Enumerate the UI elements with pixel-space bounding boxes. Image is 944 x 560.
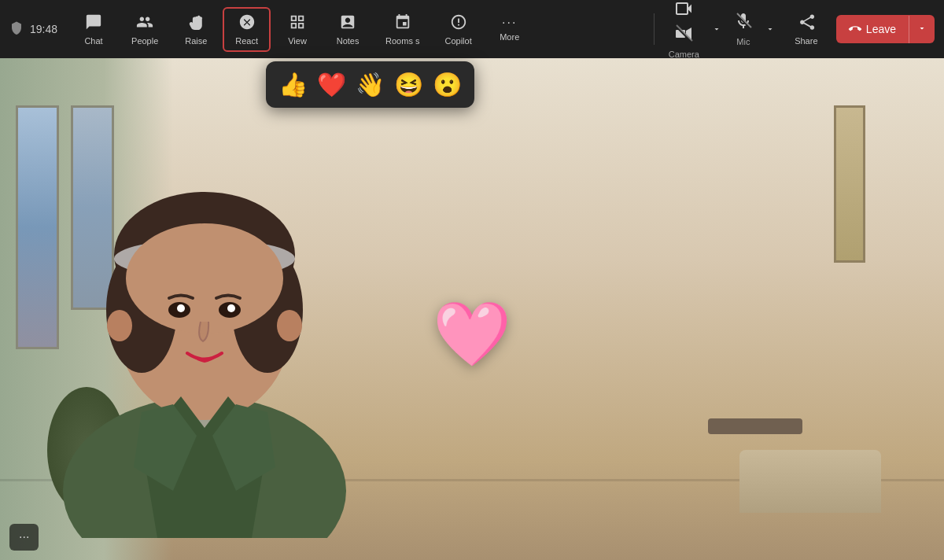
room-table bbox=[708, 418, 802, 434]
react-label: React bbox=[235, 36, 258, 46]
people-label: People bbox=[131, 36, 158, 46]
svg-point-18 bbox=[227, 304, 235, 312]
rooms-icon bbox=[394, 13, 411, 33]
rooms-button[interactable]: Rooms s bbox=[374, 9, 430, 50]
svg-point-19 bbox=[107, 310, 132, 341]
mic-group: Mic bbox=[726, 7, 780, 51]
svg-point-20 bbox=[277, 310, 302, 341]
view-icon bbox=[289, 13, 306, 33]
chat-icon bbox=[85, 13, 102, 33]
share-button[interactable]: Share bbox=[783, 9, 830, 50]
avatar-image bbox=[0, 98, 409, 538]
emoji-thumbsup[interactable]: 👍 bbox=[278, 71, 308, 98]
svg-point-14 bbox=[126, 223, 283, 333]
react-button[interactable]: React bbox=[223, 7, 271, 52]
camera-button[interactable]: Camera bbox=[661, 0, 707, 64]
raise-label: Raise bbox=[185, 36, 207, 46]
camera-off-icon bbox=[674, 0, 693, 21]
floating-heart-emoji: 🩷 bbox=[433, 297, 511, 371]
notes-button[interactable]: Notes bbox=[324, 9, 371, 50]
copilot-icon bbox=[450, 13, 467, 33]
emoji-heart[interactable]: ❤️ bbox=[317, 71, 346, 98]
time-display: 19:48 bbox=[30, 23, 57, 35]
view-label: View bbox=[288, 36, 307, 46]
time-shield-area: 19:48 bbox=[9, 20, 57, 39]
toolbar-items: Chat People Raise bbox=[70, 7, 647, 52]
camera-chevron-button[interactable] bbox=[707, 20, 726, 39]
video-area: 🩷 ··· bbox=[0, 58, 944, 560]
chat-button[interactable]: Chat bbox=[70, 9, 117, 50]
leave-main-button[interactable]: Leave bbox=[836, 15, 909, 43]
react-icon bbox=[238, 13, 256, 33]
react-emoji-popup: 👍 ❤️ 👋 😆 😮 bbox=[266, 61, 474, 108]
mic-button[interactable]: Mic bbox=[726, 7, 761, 51]
notes-icon bbox=[339, 13, 356, 33]
share-icon bbox=[798, 13, 815, 33]
more-button[interactable]: ··· More bbox=[486, 12, 533, 46]
camera-icon-display bbox=[674, 24, 693, 46]
view-button[interactable]: View bbox=[274, 9, 321, 50]
share-label: Share bbox=[795, 36, 817, 46]
camera-label: Camera bbox=[669, 50, 699, 59]
copilot-button[interactable]: Copilot bbox=[433, 9, 482, 50]
toolbar: 19:48 Chat People bbox=[0, 0, 944, 58]
raise-icon bbox=[187, 13, 205, 33]
notes-label: Notes bbox=[337, 36, 360, 46]
copilot-label: Copilot bbox=[444, 36, 471, 46]
chat-label: Chat bbox=[84, 36, 102, 46]
emoji-wow[interactable]: 😮 bbox=[433, 71, 462, 98]
leave-chevron-button[interactable] bbox=[909, 16, 935, 43]
mic-off-icon bbox=[734, 12, 753, 34]
emoji-wave[interactable]: 👋 bbox=[356, 71, 385, 98]
more-label: More bbox=[500, 32, 519, 42]
shield-icon bbox=[9, 20, 24, 39]
emoji-laugh[interactable]: 😆 bbox=[394, 71, 423, 98]
people-button[interactable]: People bbox=[120, 9, 169, 50]
rooms-label: Rooms s bbox=[385, 36, 419, 46]
dots-icon: ··· bbox=[19, 530, 29, 543]
more-icon: ··· bbox=[502, 17, 517, 29]
room-furniture-right bbox=[739, 450, 881, 513]
leave-button-group: Leave bbox=[836, 15, 935, 43]
mic-chevron-button[interactable] bbox=[761, 20, 780, 39]
room-window-right bbox=[834, 105, 865, 263]
people-icon bbox=[136, 13, 153, 33]
more-options-button[interactable]: ··· bbox=[9, 524, 39, 551]
raise-button[interactable]: Raise bbox=[172, 9, 219, 50]
leave-label: Leave bbox=[866, 23, 896, 35]
toolbar-divider bbox=[654, 13, 655, 45]
camera-group: Camera bbox=[661, 0, 726, 64]
mic-label: Mic bbox=[736, 37, 750, 46]
svg-point-17 bbox=[177, 304, 185, 312]
